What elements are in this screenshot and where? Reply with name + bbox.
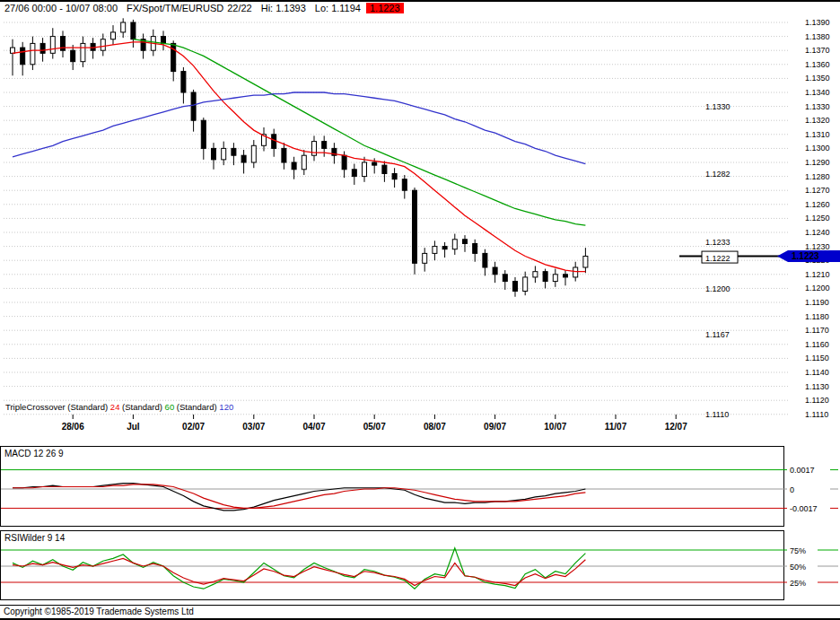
x-axis-labels: 28/06Jul02/0703/0704/0705/0708/0709/0710… — [62, 415, 687, 432]
svg-text:11/07: 11/07 — [605, 422, 627, 432]
svg-text:1.1380: 1.1380 — [805, 32, 830, 41]
svg-text:1.1360: 1.1360 — [805, 60, 830, 69]
svg-text:-0.0017: -0.0017 — [790, 504, 818, 513]
svg-text:75%: 75% — [790, 546, 806, 555]
svg-text:1.1150: 1.1150 — [805, 354, 829, 362]
svg-text:1.1140: 1.1140 — [805, 368, 829, 377]
svg-text:1.1200: 1.1200 — [805, 284, 830, 293]
macd-border — [1, 447, 784, 527]
macd-hlines — [1, 470, 838, 509]
svg-text:1.1310: 1.1310 — [805, 130, 830, 139]
ma-24-line — [13, 42, 585, 272]
svg-text:1.1250: 1.1250 — [805, 214, 830, 223]
lo-value: 1.1194 — [331, 3, 361, 13]
last-price-badge: 1.1223 — [366, 3, 404, 13]
svg-text:1.1233: 1.1233 — [705, 238, 731, 247]
svg-text:1.1240: 1.1240 — [805, 228, 830, 237]
macd-line — [13, 484, 585, 511]
date-range-label: 27/06 00:00 - 10/07 08:00 — [4, 3, 118, 13]
svg-text:1.1320: 1.1320 — [805, 116, 830, 125]
rsi-title: RSIWilder 9 14 — [4, 533, 67, 543]
price-axis-labels: 1.13901.13801.13701.13601.13501.13401.13… — [805, 18, 830, 419]
svg-text:1.1200: 1.1200 — [705, 284, 731, 293]
svg-text:05/07: 05/07 — [363, 422, 386, 432]
main-price-chart[interactable]: 1.13301.12821.12331.12221.12001.11671.11… — [0, 14, 840, 443]
svg-text:1.1130: 1.1130 — [805, 382, 829, 391]
svg-text:50%: 50% — [790, 563, 806, 572]
svg-text:03/07: 03/07 — [242, 422, 265, 432]
lo-label: Lo: — [315, 3, 328, 13]
signal-line — [13, 485, 585, 508]
svg-text:1.1280: 1.1280 — [805, 172, 830, 181]
svg-text:10/07: 10/07 — [544, 422, 566, 432]
svg-text:1.1110: 1.1110 — [805, 410, 828, 419]
legend-segment: 60 — [165, 402, 175, 412]
svg-text:1.1350: 1.1350 — [805, 74, 830, 83]
svg-text:1.1120: 1.1120 — [805, 396, 829, 405]
svg-text:1.1330: 1.1330 — [705, 102, 731, 111]
svg-text:1.1110: 1.1110 — [705, 410, 729, 419]
svg-text:1.1330: 1.1330 — [805, 102, 830, 111]
svg-text:12/07: 12/07 — [665, 422, 687, 432]
candles-layer — [11, 18, 588, 296]
footer-copyright: Copyright ©1985-2019 Trademade Systems L… — [0, 605, 840, 620]
legend-segment: 120 — [219, 402, 233, 412]
svg-text:1.1290: 1.1290 — [805, 158, 830, 167]
svg-text:1.1167: 1.1167 — [705, 330, 730, 339]
svg-text:02/07: 02/07 — [182, 422, 205, 432]
svg-text:08/07: 08/07 — [424, 422, 446, 432]
svg-text:1.1270: 1.1270 — [805, 186, 830, 195]
svg-text:1.1190: 1.1190 — [805, 298, 829, 307]
svg-text:1.1223: 1.1223 — [792, 251, 819, 261]
rsi-border — [1, 531, 784, 600]
hi-value: 1.1393 — [276, 3, 306, 13]
ma-120-line — [13, 92, 585, 164]
svg-text:04/07: 04/07 — [302, 422, 325, 432]
legend-segment: (Standard) — [174, 402, 219, 412]
svg-text:1.1260: 1.1260 — [805, 200, 830, 209]
level-labels: 1.13301.12821.12331.12221.12001.11671.11… — [702, 102, 738, 419]
svg-text:1.1340: 1.1340 — [805, 88, 830, 97]
legend-segment: 24 — [110, 402, 120, 412]
svg-text:1.1282: 1.1282 — [705, 170, 731, 179]
legend-segment: (Standard) — [119, 402, 164, 412]
macd-panel[interactable]: 0.00170-0.0017 — [0, 446, 840, 527]
svg-text:Jul: Jul — [127, 422, 140, 432]
indicator-legend: TripleCrossover (Standard) 24 (Standard)… — [5, 402, 233, 412]
svg-text:1.1370: 1.1370 — [805, 46, 830, 55]
svg-text:28/06: 28/06 — [62, 422, 84, 432]
svg-text:1.1390: 1.1390 — [805, 18, 830, 27]
svg-text:25%: 25% — [790, 579, 806, 588]
svg-text:1.1210: 1.1210 — [805, 270, 830, 279]
svg-text:09/07: 09/07 — [484, 422, 506, 432]
symbol-label: FX/Spot/TM/EURUSD — [127, 3, 223, 13]
svg-text:1.1222: 1.1222 — [705, 254, 731, 263]
hi-label: Hi: — [261, 3, 273, 13]
current-price-marker: 1.1223 — [777, 250, 840, 262]
rsi-14-line — [13, 558, 585, 585]
chart-header: 27/06 00:00 - 10/07 08:00 FX/Spot/TM/EUR… — [0, 2, 840, 14]
svg-text:0.0017: 0.0017 — [790, 466, 815, 475]
legend-segment: TripleCrossover (Standard) — [5, 402, 110, 412]
svg-text:1.1230: 1.1230 — [805, 242, 830, 251]
chart-window: 27/06 00:00 - 10/07 08:00 FX/Spot/TM/EUR… — [0, 0, 840, 620]
svg-text:0: 0 — [790, 485, 794, 494]
rsi-hlines — [1, 550, 838, 582]
bar-count-label: 22/22 — [227, 3, 252, 13]
svg-text:1.1180: 1.1180 — [805, 312, 829, 321]
macd-axis-labels: 0.00170-0.0017 — [787, 465, 830, 513]
svg-text:1.1160: 1.1160 — [805, 340, 829, 349]
rsi-panel[interactable]: 75%50%25% — [0, 530, 840, 600]
svg-text:1.1300: 1.1300 — [805, 144, 830, 153]
macd-title: MACD 12 26 9 — [4, 449, 66, 458]
rsi-axis-labels: 75%50%25% — [787, 546, 818, 588]
svg-text:1.1170: 1.1170 — [805, 326, 829, 335]
price-gridlines — [4, 22, 788, 415]
